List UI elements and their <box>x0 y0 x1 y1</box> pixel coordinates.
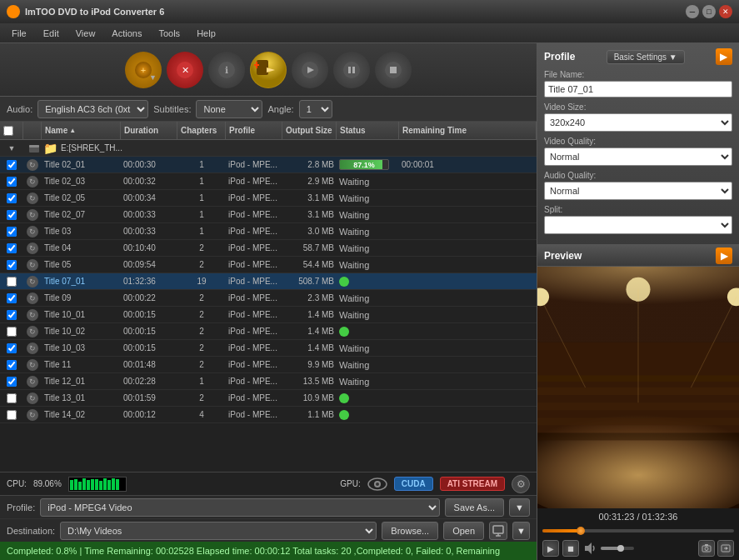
row-checkbox[interactable] <box>7 177 17 187</box>
play-button[interactable] <box>292 52 328 88</box>
profile-dropdown-button[interactable]: ▼ <box>509 498 530 517</box>
destination-icon-button[interactable] <box>489 522 507 540</box>
table-row[interactable]: ↻ Title 14_02 00:00:12 4 iPod - MPE... 1… <box>0 407 537 423</box>
menu-file[interactable]: File <box>3 27 35 40</box>
volume-slider[interactable] <box>601 547 634 550</box>
minimize-button[interactable]: ─ <box>686 5 699 18</box>
row-checkbox[interactable] <box>7 327 17 337</box>
col-header-chapters[interactable]: Chapters <box>177 122 226 139</box>
file-profile: iPod - MPE... <box>226 210 282 219</box>
row-checkbox[interactable] <box>7 377 17 387</box>
row-checkbox[interactable] <box>7 360 17 370</box>
col-header-profile[interactable]: Profile <box>226 122 282 139</box>
menu-edit[interactable]: Edit <box>35 27 67 40</box>
preview-play-button[interactable]: ▶ <box>542 540 559 557</box>
row-checkbox[interactable] <box>7 160 17 170</box>
table-row[interactable]: ↻ Title 13_01 00:01:59 2 iPod - MPE... 1… <box>0 390 537 407</box>
ati-stream-button[interactable]: ATI STREAM <box>440 477 505 491</box>
row-checkbox[interactable] <box>7 410 17 420</box>
maximize-button[interactable]: □ <box>702 5 716 18</box>
row-checkbox[interactable] <box>7 310 17 320</box>
basic-settings-button[interactable]: Basic Settings ▼ <box>607 50 685 64</box>
bottom-status-bar: Completed: 0.8% | Time Remaining: 00:025… <box>0 542 537 560</box>
screen-icon <box>492 525 504 537</box>
profile-section-title: Profile <box>544 51 575 62</box>
menu-help[interactable]: Help <box>188 27 224 40</box>
destination-dropdown-button[interactable]: ▼ <box>512 522 530 540</box>
col-header-name[interactable]: Name ▲ <box>42 122 121 139</box>
gpu-settings-button[interactable]: ⚙ <box>512 475 530 493</box>
info-button[interactable]: ℹ <box>208 52 245 88</box>
stop-button[interactable] <box>375 52 412 88</box>
menu-view[interactable]: View <box>67 27 104 40</box>
file-name: Title 02_07 <box>42 210 121 219</box>
open-button[interactable]: Open <box>443 522 484 540</box>
table-row[interactable]: ↻ Title 07_01 01:32:36 19 iPod - MPE... … <box>0 273 537 290</box>
table-row[interactable]: ↻ Title 03 00:00:33 1 iPod - MPE... 3.0 … <box>0 223 537 240</box>
panel-nav-right-button[interactable]: ▶ <box>716 48 732 65</box>
col-header-output[interactable]: Output Size <box>282 122 337 139</box>
file-name: Title 11 <box>42 360 121 369</box>
preview-export-button[interactable] <box>717 540 734 557</box>
row-checkbox[interactable] <box>7 227 17 237</box>
save-as-button[interactable]: Save As... <box>445 498 505 517</box>
collapse-button[interactable]: ▼ <box>8 144 16 152</box>
add-button[interactable]: + ▼ <box>125 52 162 88</box>
preview-header: Preview ▶ <box>537 245 739 267</box>
row-checkbox[interactable] <box>7 277 17 287</box>
file-list-body[interactable]: ▼ 📁 E:[SHREK_TH... ↻ Title 02_01 00:00:3… <box>0 140 537 472</box>
video-quality-select[interactable]: Normal <box>544 148 732 166</box>
audio-select[interactable]: English AC3 6ch (0xt <box>37 100 148 118</box>
table-row[interactable]: ↻ Title 10_02 00:00:15 2 iPod - MPE... 1… <box>0 323 537 340</box>
row-checkbox[interactable] <box>7 293 17 303</box>
subtitles-select[interactable]: None <box>196 100 262 118</box>
convert-button[interactable] <box>250 52 287 88</box>
menu-bar: File Edit View Actions Tools Help <box>0 23 739 43</box>
pause-button[interactable] <box>333 52 370 88</box>
col-header-duration[interactable]: Duration <box>121 122 177 139</box>
svg-marker-47 <box>726 547 728 550</box>
row-checkbox[interactable] <box>7 243 17 253</box>
row-checkbox[interactable] <box>7 393 17 403</box>
col-header-status[interactable]: Status <box>337 122 399 139</box>
menu-tools[interactable]: Tools <box>150 27 188 40</box>
preview-progress-track[interactable] <box>542 529 734 532</box>
browse-button[interactable]: Browse... <box>382 522 438 540</box>
menu-actions[interactable]: Actions <box>103 27 150 40</box>
profile-select[interactable]: iPod - MPEG4 Video <box>40 498 439 517</box>
table-row[interactable]: ↻ Title 09 00:00:22 2 iPod - MPE... 2.3 … <box>0 290 537 307</box>
table-row[interactable]: ↻ Title 02_01 00:00:30 1 iPod - MPE... 2… <box>0 157 537 173</box>
table-row[interactable]: ↻ Title 10_01 00:00:15 2 iPod - MPE... 1… <box>0 307 537 323</box>
split-select[interactable] <box>544 216 732 234</box>
preview-screenshot-button[interactable] <box>698 540 715 557</box>
preview-nav-button[interactable]: ▶ <box>716 248 732 264</box>
video-size-select[interactable]: 320x240 <box>544 113 732 132</box>
profile-bar: Profile: iPod - MPEG4 Video Save As... ▼ <box>0 495 537 518</box>
audio-quality-select[interactable]: Normal <box>544 182 732 200</box>
table-row[interactable]: ↻ Title 02_07 00:00:33 1 iPod - MPE... 3… <box>0 207 537 223</box>
angle-select[interactable]: 1 <box>299 100 332 118</box>
row-checkbox[interactable] <box>7 193 17 203</box>
table-row[interactable]: ↻ Title 12_01 00:02:28 1 iPod - MPE... 1… <box>0 373 537 390</box>
table-row[interactable]: ↻ Title 02_05 00:00:34 1 iPod - MPE... 3… <box>0 190 537 207</box>
cuda-button[interactable]: CUDA <box>394 477 433 491</box>
row-checkbox[interactable] <box>7 210 17 220</box>
sort-icon: ▲ <box>69 127 76 134</box>
close-button[interactable]: ✕ <box>719 5 732 18</box>
table-row[interactable]: ↻ Title 11 00:01:48 2 iPod - MPE... 9.9 … <box>0 357 537 373</box>
table-row[interactable]: ↻ Title 02_03 00:00:32 1 iPod - MPE... 2… <box>0 173 537 190</box>
col-header-remaining[interactable]: Remaining Time <box>399 122 537 139</box>
remove-button[interactable]: ✕ <box>167 52 203 88</box>
col-header-check[interactable] <box>0 122 23 139</box>
row-checkbox[interactable] <box>7 343 17 353</box>
table-row[interactable]: ↻ Title 10_03 00:00:15 2 iPod - MPE... 1… <box>0 340 537 357</box>
destination-select[interactable]: D:\My Videos <box>60 522 377 540</box>
table-row[interactable]: ↻ Title 05 00:09:54 2 iPod - MPE... 54.4… <box>0 257 537 273</box>
file-name-input[interactable] <box>544 81 732 98</box>
select-all-checkbox[interactable] <box>3 126 13 136</box>
preview-stop-button[interactable]: ⏹ <box>562 540 579 557</box>
row-checkbox[interactable] <box>7 260 17 270</box>
table-row[interactable]: ↻ Title 04 00:10:40 2 iPod - MPE... 58.7… <box>0 240 537 257</box>
file-status: Waiting <box>337 243 399 253</box>
preview-progress-bar[interactable] <box>537 525 739 537</box>
